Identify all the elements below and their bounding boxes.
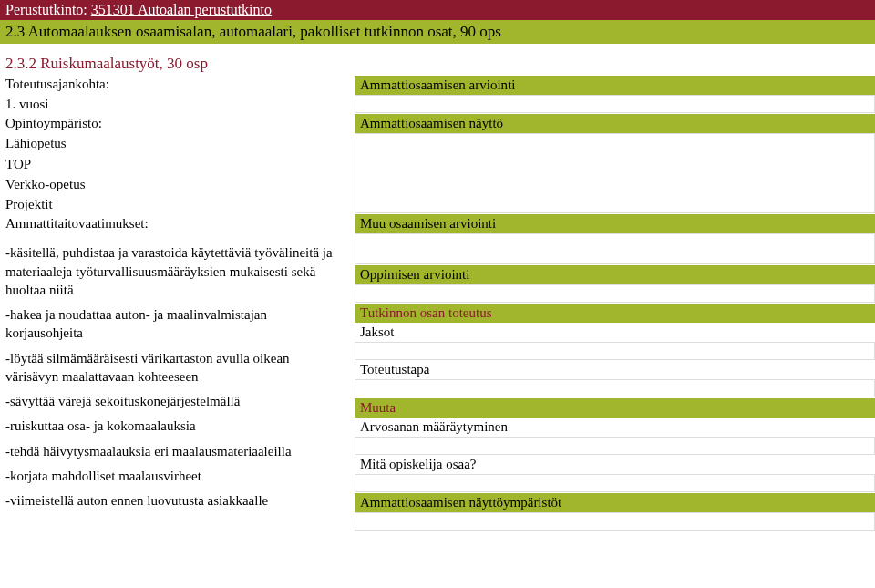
title-prefix: Perustutkinto: [5,2,88,17]
grading-label: Arvosanan määräytyminen [355,418,875,437]
requirements-label: Ammattitaitovaatimukset: [0,214,345,233]
assessment-heading: Ammattiosaamisen arviointi [355,76,875,95]
empty-cell [355,233,875,264]
requirement-item: -käsitellä, puhdistaa ja varastoida käyt… [0,242,345,304]
empty-cell [355,342,875,360]
empty-cell [355,95,875,113]
env-item: TOP [0,154,345,174]
periods-label: Jaksot [355,323,875,342]
requirement-item: -tehdä häivytysmaalauksia eri maalausmat… [0,441,345,466]
empty-cell [355,379,875,397]
schedule-label: Toteutusajankohta: [0,75,345,94]
demo-envs-heading: Ammattiosaamisen näyttöympäristöt [355,493,875,512]
learning-assessment-heading: Oppimisen arviointi [355,265,875,284]
left-column: Toteutusajankohta: 1. vuosi Opintoympäri… [0,75,351,515]
unit-impl-heading: Tutkinnon osan toteutus [355,304,875,323]
method-label: Toteutustapa [355,360,875,379]
requirement-item: -ruiskuttaa osa- ja kokomaalauksia [0,416,345,440]
empty-cell [355,437,875,455]
empty-cell [355,474,875,492]
what-learns-label: Mitä opiskelija osaa? [355,455,875,474]
right-column: Ammattiosaamisen arviointi Ammattiosaami… [351,75,875,531]
env-item: Lähiopetus [0,133,345,153]
requirement-item: -korjata mahdolliset maalausvirheet [0,466,345,490]
page-subtitle: 2.3 Automaalauksen osaamisalan, automaal… [0,20,875,44]
empty-cell [355,133,875,213]
page-title: Perustutkinto: 351301 Autoalan perustutk… [0,0,875,20]
other-assessment-heading: Muu osaamisen arviointi [355,214,875,233]
empty-cell [355,284,875,303]
requirement-item: -löytää silmämääräisesti värikartaston a… [0,348,345,392]
env-item: Verkko-opetus [0,174,345,194]
schedule-value: 1. vuosi [0,94,345,114]
requirement-item: -sävyttää värejä sekoituskonejärjestelmä… [0,391,345,416]
section-heading: 2.3.2 Ruiskumaalaustyöt, 30 osp [0,53,875,75]
title-code: 351301 Autoalan perustutkinto [91,2,272,17]
empty-cell [355,512,875,531]
requirement-item: -viimeistellä auton ennen luovutusta asi… [0,490,345,515]
env-item: Projektit [0,194,345,214]
requirement-item: -hakea ja noudattaa auton- ja maalinvalm… [0,304,345,348]
env-label: Opintoympäristo: [0,114,345,133]
other-heading: Muuta [355,398,875,418]
demo-heading: Ammattiosaamisen näyttö [355,114,875,133]
